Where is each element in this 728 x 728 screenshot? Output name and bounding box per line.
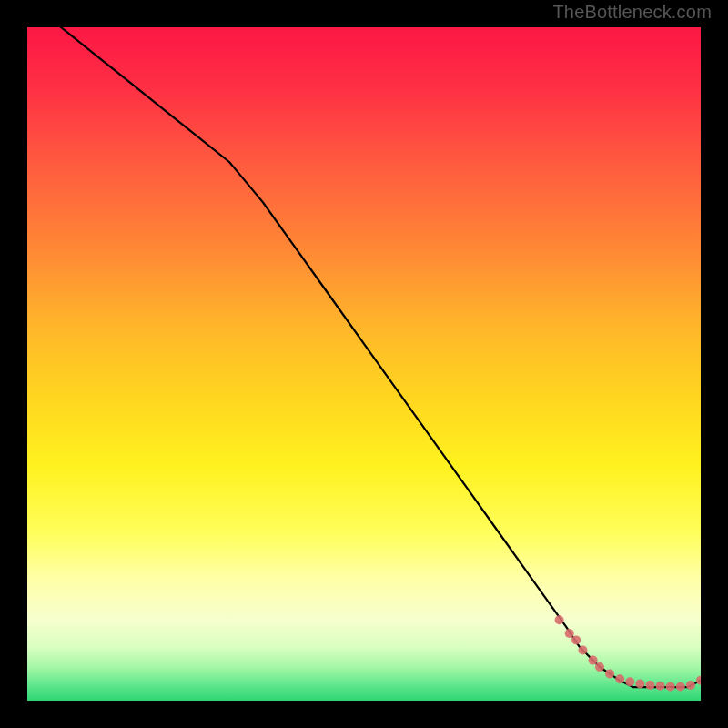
svg-point-6 [595, 662, 604, 672]
svg-point-5 [589, 656, 598, 665]
svg-point-4 [579, 646, 588, 655]
svg-point-2 [565, 629, 574, 638]
chart-line-curve [61, 27, 701, 687]
svg-point-1 [555, 615, 564, 624]
svg-point-10 [635, 680, 644, 689]
svg-point-13 [666, 682, 675, 691]
watermark-text: TheBottleneck.com [552, 2, 712, 23]
svg-point-7 [605, 669, 614, 678]
chart-plot-area [27, 27, 701, 701]
svg-point-15 [686, 681, 695, 690]
svg-point-14 [676, 682, 685, 691]
chart-overlay [27, 27, 701, 701]
svg-point-8 [615, 674, 624, 683]
svg-point-9 [625, 677, 634, 686]
svg-point-16 [696, 676, 701, 685]
svg-point-11 [646, 681, 655, 690]
svg-point-12 [656, 682, 665, 691]
chart-scatter-points [555, 615, 701, 691]
svg-point-3 [571, 635, 581, 644]
